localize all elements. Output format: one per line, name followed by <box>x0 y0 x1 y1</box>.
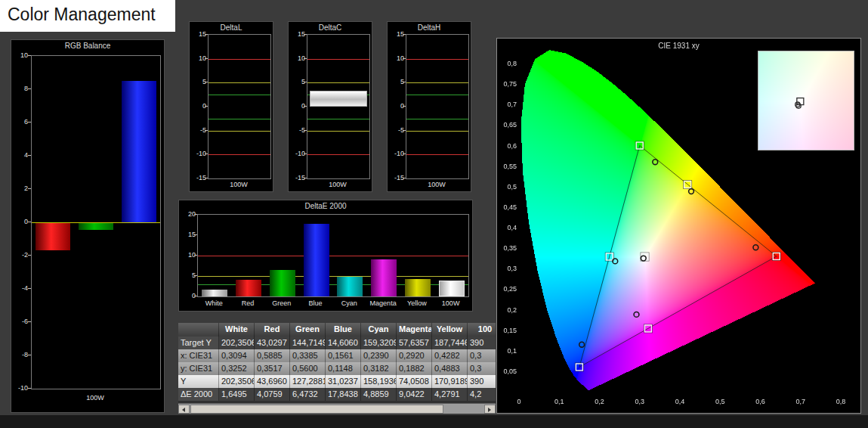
y-tick-label: -15 <box>190 174 206 181</box>
table-cell: 57,6357 <box>397 337 432 349</box>
table-cell: 0,3 <box>468 349 496 362</box>
column-header: Green <box>290 323 326 337</box>
reference-line <box>406 59 468 60</box>
y-tick-mark <box>403 58 406 59</box>
y-tick-mark <box>304 130 307 131</box>
rgb-balance-chart: RGB Balance 100W -10-8-6-4-20246810 <box>11 39 165 413</box>
y-tick-mark <box>28 355 31 355</box>
rgb-balance-xlabel: 100W <box>31 394 159 402</box>
table-cell: 0,5885 <box>255 349 290 362</box>
category-label: Magenta <box>366 299 400 307</box>
y-tick-mark <box>28 321 31 322</box>
row-label: ΔE 2000 <box>178 388 219 401</box>
delta-l-xlabel: 100W <box>208 181 270 188</box>
table-cell: 0,1561 <box>326 349 361 362</box>
cie-y-tick-label: 0,1 <box>499 347 517 355</box>
y-tick-mark <box>304 178 307 178</box>
y-tick-mark <box>28 255 31 256</box>
delta-h-chart: DeltaH 100W -15-10-5051015 <box>387 21 471 192</box>
cie-y-tick-label: 0,8 <box>499 60 517 67</box>
table-row[interactable]: ΔE 20001,64954,07596,473217,84384,88599,… <box>178 388 496 401</box>
y-tick-mark <box>304 154 307 154</box>
measurement-table: WhiteRedGreenBlueCyanMagentaYellow100Tar… <box>178 323 496 414</box>
table-cell: 202,3506 <box>219 375 255 388</box>
rgb-balance-title: RGB Balance <box>11 42 164 50</box>
delta-l-chart: DeltaL 100W -15-10-5051015 <box>189 21 273 192</box>
delta-c-plot <box>307 34 370 179</box>
bar-red <box>36 222 70 250</box>
bar-blue <box>304 224 329 296</box>
y-tick-mark <box>28 122 31 123</box>
delta-e-plot <box>197 214 469 297</box>
y-tick-label: 5 <box>289 78 305 85</box>
cie-y-tick-label: 0,2 <box>499 306 517 314</box>
scroll-left-button[interactable] <box>178 405 190 414</box>
y-tick-label: -15 <box>388 174 404 181</box>
reference-line <box>209 119 270 119</box>
table-row[interactable]: y: CIE310,32520,35170,56000,11480,31820,… <box>178 362 496 375</box>
bar-yellow <box>405 279 431 296</box>
table-cell: 159,3209 <box>361 337 397 349</box>
column-header: 100 <box>468 323 496 337</box>
reference-line <box>307 59 369 60</box>
bar-cyan <box>337 277 363 296</box>
y-tick-label: -2 <box>11 251 28 259</box>
scroll-right-button[interactable] <box>484 405 496 414</box>
table-cell: 31,0237 <box>326 375 361 388</box>
table-row[interactable]: Y202,350643,6960127,288131,0237158,19367… <box>178 375 496 388</box>
column-header: Cyan <box>361 323 397 337</box>
y-tick-label: 10 <box>388 54 404 62</box>
table-cell: 390 <box>468 337 496 349</box>
horizontal-scrollbar[interactable] <box>178 403 496 414</box>
column-header <box>178 323 219 337</box>
y-tick-label: -10 <box>11 384 28 392</box>
table-cell: 187,7446 <box>432 337 468 349</box>
column-header: Magenta <box>397 323 432 337</box>
y-tick-label: -8 <box>11 351 28 358</box>
y-tick-label: -4 <box>11 284 28 292</box>
table-cell: 0,2920 <box>397 349 432 362</box>
reference-line <box>198 276 468 277</box>
table-row[interactable]: Target Y202,350643,0297144,714914,606015… <box>178 337 496 349</box>
y-tick-mark <box>194 234 197 235</box>
reference-line <box>198 256 468 256</box>
cie-x-tick-label: 0,2 <box>588 398 611 405</box>
table-cell: 0,3517 <box>255 362 290 375</box>
cie-x-tick-label: 0,3 <box>629 398 651 405</box>
y-tick-mark <box>304 58 307 59</box>
table-cell: 43,0297 <box>255 337 290 349</box>
delta-bar <box>310 91 367 107</box>
table-row[interactable]: x: CIE310,30940,58850,33850,15610,23900,… <box>178 349 496 362</box>
y-tick-label: 2 <box>11 185 28 192</box>
cie-y-tick-label: 0,15 <box>499 327 517 334</box>
table-cell: 0,3182 <box>361 362 397 375</box>
bar-red <box>236 280 261 296</box>
scroll-right-arrow-icon <box>488 408 491 412</box>
y-tick-label: 0 <box>289 102 305 110</box>
delta-l-plot <box>208 34 271 179</box>
table-cell: 4,8859 <box>361 388 397 401</box>
bar-green <box>270 270 295 296</box>
reference-line <box>307 131 369 132</box>
table-cell: 144,7149 <box>290 337 326 349</box>
y-tick-label: -5 <box>388 126 404 134</box>
y-tick-mark <box>28 388 31 389</box>
y-tick-mark <box>304 34 307 35</box>
table-cell: 202,3506 <box>219 337 255 349</box>
category-label: Cyan <box>332 299 366 307</box>
cie-y-tick-label: 0,75 <box>499 80 517 88</box>
y-tick-label: 0 <box>179 292 196 299</box>
y-tick-mark <box>205 58 208 59</box>
y-tick-label: 0 <box>190 102 206 110</box>
table-cell: 43,6960 <box>255 375 290 388</box>
table-cell: 17,8438 <box>326 388 361 401</box>
table-cell: 9,0422 <box>397 388 432 401</box>
table-cell: 4,2 <box>468 388 496 401</box>
cie-title: CIE 1931 xy <box>497 42 860 50</box>
y-tick-mark <box>28 155 31 156</box>
scrollbar-thumb[interactable] <box>190 405 443 414</box>
table-cell: 1,6495 <box>219 388 255 401</box>
y-tick-mark <box>28 288 31 289</box>
y-tick-mark <box>403 154 406 154</box>
cie-y-tick-label: 0,3 <box>499 265 517 272</box>
